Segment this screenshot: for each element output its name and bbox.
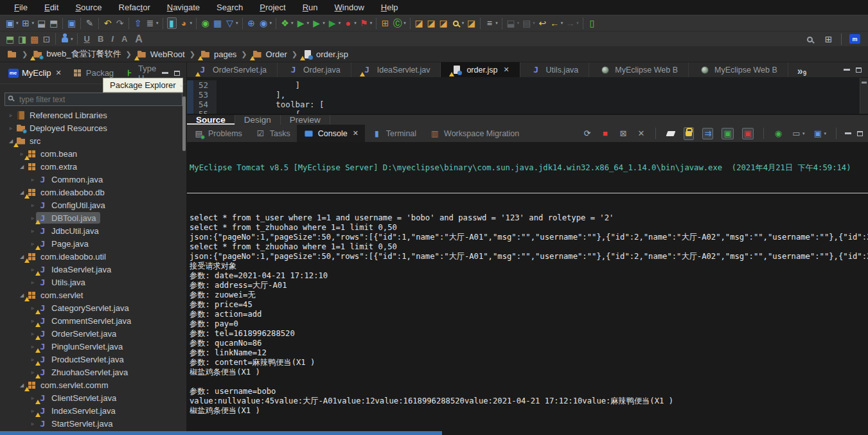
tree-row[interactable]: ▹JZhuohaoServlet.java [0, 366, 186, 378]
tree-row[interactable]: ◢com.servlet [0, 289, 186, 301]
tree-row[interactable]: ▹JOrderServlet.java [0, 327, 186, 340]
myeclipse-perspective-icon[interactable]: m [848, 33, 862, 46]
maximize-icon[interactable] [174, 71, 180, 76]
open-folder-icon[interactable]: ◪ [413, 17, 425, 30]
dropdown-arrow-icon[interactable]: ▾ [71, 37, 73, 42]
folder-export-icon[interactable]: ◪ [438, 17, 450, 30]
palette-grid-icon[interactable]: ▩ [28, 33, 40, 46]
tree-row[interactable]: ▹JPinglunServlet.java [0, 340, 186, 353]
console-tab-problems[interactable]: ▤Problems [187, 125, 249, 142]
tree-row[interactable]: ▹JConfigUtil.java [0, 199, 186, 211]
expanded-arrow-icon[interactable]: ◢ [17, 164, 26, 170]
new-class-icon[interactable]: Ⓒ▾ [391, 17, 407, 30]
start-icon[interactable]: ◉ [199, 17, 211, 30]
remove-all-terminated-icon[interactable]: ✕ [635, 127, 647, 140]
tree-row[interactable]: ◢com.ideabobo.util [0, 250, 186, 263]
breadcrumb-item[interactable]: bweb_食堂订餐软件 [31, 48, 122, 60]
collapsed-arrow-icon[interactable]: ▹ [6, 112, 15, 118]
undo-icon[interactable]: ↶ [102, 17, 114, 30]
close-tab-icon[interactable]: ✕ [503, 66, 509, 74]
tile-horizontal-icon[interactable]: ⬒ [4, 33, 16, 46]
open-console-icon[interactable]: ▣▾ [811, 127, 828, 140]
dropdown-arrow-icon[interactable]: ▾ [517, 21, 520, 26]
view-tab-source[interactable]: Source [187, 115, 235, 125]
new-file-icon[interactable]: ▣▾ [4, 17, 20, 30]
tiles-icon[interactable]: ▦ [211, 17, 224, 30]
tree-row[interactable]: ◢com.ideabobo.db [0, 186, 186, 199]
dropdown-arrow-icon[interactable]: ▾ [354, 21, 357, 26]
dropdown-arrow-icon[interactable]: ▾ [236, 21, 238, 26]
person-icon[interactable]: ▾ [58, 33, 75, 46]
dropdown-arrow-icon[interactable]: ▾ [370, 21, 373, 26]
editor-tab-myeclipse-web-b[interactable]: MyEclipse Web B [589, 62, 689, 77]
hidden-tabs-overflow[interactable]: »9 [788, 62, 806, 77]
console-tab-workspace-migration[interactable]: ▥Workspace Migration [423, 125, 526, 142]
tree-filter-input[interactable] [4, 93, 182, 106]
open-last-editor-icon[interactable]: ▯ [586, 17, 598, 30]
perspective-grid-icon[interactable]: ⊞ [822, 33, 835, 46]
breadcrumb-item[interactable]: order.jsp [301, 49, 350, 59]
close-tab-icon[interactable]: ✕ [56, 69, 62, 77]
tree-row[interactable]: ▹JDBTool.java [0, 211, 186, 224]
show-stderr-icon[interactable]: ▣ [741, 127, 755, 140]
bug-icon[interactable]: ❖▾ [279, 17, 295, 30]
console-tab-terminal[interactable]: ▮Terminal [365, 125, 423, 142]
menu-item-project[interactable]: Project [252, 1, 293, 13]
tree-row[interactable]: ▹JClientServlet.java [0, 391, 186, 404]
view-menu-chevron-icon[interactable]: ⌄ [179, 80, 184, 89]
dropdown-arrow-icon[interactable]: ▾ [533, 21, 535, 26]
tree-row[interactable]: ▹Deployed Resources [0, 121, 186, 134]
console-tab-console[interactable]: Console✕ [297, 125, 365, 142]
dropdown-arrow-icon[interactable]: ▾ [323, 21, 325, 26]
collapsed-arrow-icon[interactable]: ▹ [28, 202, 37, 208]
new-module-icon[interactable]: ⊞ [379, 17, 391, 30]
console-output[interactable]: MyEclipse Tomcat v8.5 [MyEclipse Server]… [187, 143, 868, 435]
new-web-project-icon[interactable]: ⊞▾ [20, 17, 36, 30]
menu-item-navigate[interactable]: Navigate [159, 1, 208, 13]
dropdown-arrow-icon[interactable]: ▾ [824, 131, 826, 136]
minimize-icon[interactable] [162, 72, 168, 74]
breadcrumb-item[interactable]: WebRoot [135, 49, 186, 59]
folder-import-icon[interactable]: ◪ [425, 17, 438, 30]
folder-user-icon[interactable]: ◪ [465, 17, 477, 30]
breadcrumb-item[interactable]: Order [251, 49, 288, 59]
minimize-icon[interactable] [845, 132, 851, 134]
menu-item-edit[interactable]: Edit [37, 1, 66, 13]
run-config-icon[interactable]: ▶▾ [326, 17, 342, 30]
camera-icon[interactable]: ◉▾ [258, 17, 274, 30]
dropdown-arrow-icon[interactable]: ▾ [403, 21, 406, 26]
tree-row[interactable]: ▹JStartServlet.java [0, 417, 186, 430]
display-selected-console-icon[interactable]: ▭▾ [790, 127, 806, 140]
palette-icon[interactable]: ◕▾ [178, 17, 194, 30]
dropdown-arrow-icon[interactable]: ▾ [307, 21, 310, 26]
run-icon[interactable]: ▶▾ [295, 17, 311, 30]
dropdown-arrow-icon[interactable]: ▾ [561, 21, 563, 26]
remove-launch-icon[interactable]: ⊠ [617, 127, 629, 140]
editor-tab-order-jsp[interactable]: order.jsp✕ [441, 62, 520, 77]
clear-console-icon[interactable] [664, 127, 677, 140]
word-wrap-icon[interactable]: ⇉ [701, 127, 714, 140]
close-tab-icon[interactable]: ✕ [353, 129, 359, 138]
tree-scrollbar[interactable] [182, 96, 186, 151]
minimize-icon[interactable] [844, 69, 850, 71]
refresh-icon[interactable]: ⟳ [581, 127, 593, 140]
left-tab-myeclip[interactable]: meMyEclip✕ [3, 62, 67, 84]
tree-row[interactable]: ▹JProductServlet.java [0, 353, 186, 366]
dropdown-arrow-icon[interactable]: ▾ [291, 21, 294, 26]
tree-row[interactable]: ▹JIndexServlet.java [0, 404, 186, 417]
maximize-icon[interactable] [857, 131, 863, 136]
tree-row[interactable]: ◢src [0, 134, 186, 147]
nav-dot-icon[interactable]: ↩ [536, 17, 549, 30]
collapsed-arrow-icon[interactable]: ▹ [28, 421, 37, 427]
tree-row[interactable]: ▹JIdeaServlet.java [0, 263, 186, 276]
menu-item-help[interactable]: Help [373, 1, 406, 13]
tree-row[interactable]: ▹Referenced Libraries [0, 109, 186, 121]
collapsed-arrow-icon[interactable]: ▹ [6, 125, 15, 131]
code-editor[interactable]: 52 ]53 ],54 toolbar: [55 {56 text: '查看明细… [187, 78, 868, 114]
menu-item-run[interactable]: Run [295, 1, 326, 13]
pencil-icon[interactable]: ✎ [84, 17, 96, 30]
breadcrumb-item[interactable]: pages [199, 49, 238, 59]
dropdown-arrow-icon[interactable]: ▾ [156, 21, 159, 26]
web-globe-icon[interactable]: ⊕ [245, 17, 258, 30]
collapsed-arrow-icon[interactable]: ▹ [28, 280, 37, 285]
